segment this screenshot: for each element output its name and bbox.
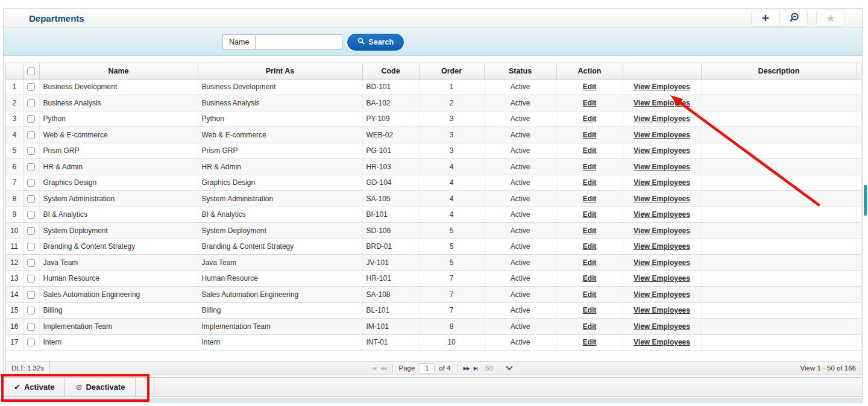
row-checkbox[interactable] bbox=[27, 291, 35, 299]
chevron-down-icon[interactable] bbox=[506, 363, 512, 370]
row-checkbox[interactable] bbox=[27, 115, 35, 123]
description-cell bbox=[701, 95, 857, 111]
edit-link[interactable]: Edit bbox=[583, 178, 597, 187]
row-checkbox[interactable] bbox=[27, 211, 35, 219]
view-range-label: View 1 - 50 of 166 bbox=[800, 364, 857, 372]
edit-link[interactable]: Edit bbox=[583, 306, 597, 314]
row-checkbox[interactable] bbox=[27, 275, 35, 283]
bulk-action-bar: ✔ Activate ⊘ Deactivate bbox=[4, 377, 862, 397]
view-employees-link[interactable]: View Employees bbox=[634, 114, 690, 123]
edit-link[interactable]: Edit bbox=[583, 131, 597, 139]
view-employees-link[interactable]: View Employees bbox=[634, 226, 690, 235]
order-cell: 3 bbox=[419, 143, 484, 159]
status-cell: Active bbox=[484, 287, 556, 303]
edit-link[interactable]: Edit bbox=[583, 338, 597, 346]
col-order[interactable]: Order bbox=[419, 63, 484, 79]
view-employees-link[interactable]: View Employees bbox=[634, 258, 690, 267]
add-button[interactable]: + bbox=[752, 10, 779, 26]
order-cell: 4 bbox=[419, 207, 484, 223]
first-page-icon[interactable]: |◀ bbox=[372, 366, 376, 371]
spacer-cell bbox=[857, 111, 861, 127]
deactivate-button[interactable]: ⊘ Deactivate bbox=[65, 378, 136, 396]
name-cell: Sales Automation Engineering bbox=[39, 287, 198, 303]
edit-link[interactable]: Edit bbox=[583, 226, 597, 235]
view-employees-link[interactable]: View Employees bbox=[634, 290, 690, 299]
edit-link[interactable]: Edit bbox=[583, 99, 597, 107]
view-employees-link[interactable]: View Employees bbox=[634, 131, 690, 139]
page-number-input[interactable] bbox=[419, 363, 435, 373]
view-employees-link[interactable]: View Employees bbox=[634, 338, 690, 346]
edit-link[interactable]: Edit bbox=[583, 83, 597, 91]
view-employees-link[interactable]: View Employees bbox=[634, 83, 690, 91]
last-page-icon[interactable]: ▶| bbox=[474, 366, 477, 371]
code-cell: HR-103 bbox=[362, 159, 419, 175]
col-code[interactable]: Code bbox=[362, 63, 419, 79]
edit-link[interactable]: Edit bbox=[583, 290, 597, 299]
spacer-cell bbox=[857, 270, 861, 287]
code-cell: GD-104 bbox=[362, 175, 419, 191]
edit-link[interactable]: Edit bbox=[583, 195, 597, 203]
edit-link[interactable]: Edit bbox=[583, 322, 597, 331]
scrollbar-thumb[interactable] bbox=[864, 185, 867, 216]
view-employees-link[interactable]: View Employees bbox=[634, 306, 690, 314]
edit-link[interactable]: Edit bbox=[583, 274, 597, 283]
row-checkbox-cell bbox=[23, 334, 39, 351]
row-checkbox[interactable] bbox=[27, 195, 35, 203]
page-size-value[interactable]: 50 bbox=[485, 364, 493, 372]
edit-link[interactable]: Edit bbox=[583, 242, 597, 251]
description-cell bbox=[701, 207, 857, 223]
view-employees-link[interactable]: View Employees bbox=[634, 195, 690, 203]
view-employees-link[interactable]: View Employees bbox=[634, 99, 690, 107]
edit-link[interactable]: Edit bbox=[583, 146, 597, 155]
view-employees-link[interactable]: View Employees bbox=[634, 242, 690, 251]
description-cell bbox=[701, 127, 857, 143]
zoom-out-button[interactable] bbox=[779, 10, 807, 26]
row-checkbox[interactable] bbox=[27, 259, 35, 267]
star-icon: ★ bbox=[826, 13, 835, 23]
print-as-cell: Branding & Content Strategy bbox=[198, 239, 362, 255]
row-checkbox[interactable] bbox=[27, 99, 35, 107]
next-page-icon[interactable]: ▶▶ bbox=[464, 366, 470, 371]
view-employees-link[interactable]: View Employees bbox=[634, 322, 690, 331]
row-checkbox[interactable] bbox=[27, 147, 35, 155]
view-employees-link[interactable]: View Employees bbox=[634, 210, 690, 219]
row-checkbox[interactable] bbox=[27, 323, 35, 331]
col-name[interactable]: Name bbox=[39, 63, 198, 79]
row-checkbox[interactable] bbox=[27, 131, 35, 139]
edit-link[interactable]: Edit bbox=[583, 114, 597, 123]
search-button-label: Search bbox=[368, 38, 394, 46]
view-employees-cell: View Employees bbox=[623, 255, 701, 271]
table-row: 14Sales Automation EngineeringSales Auto… bbox=[6, 287, 861, 303]
view-employees-link[interactable]: View Employees bbox=[634, 178, 690, 187]
row-checkbox[interactable] bbox=[27, 179, 35, 187]
rownum-header bbox=[6, 63, 23, 79]
view-employees-cell: View Employees bbox=[623, 111, 701, 127]
name-input[interactable] bbox=[255, 34, 342, 50]
view-employees-link[interactable]: View Employees bbox=[634, 274, 690, 283]
print-as-cell: Human Resource bbox=[198, 270, 362, 287]
edit-link[interactable]: Edit bbox=[583, 258, 597, 267]
row-checkbox[interactable] bbox=[27, 227, 35, 235]
prev-page-icon[interactable]: ◀◀ bbox=[380, 366, 386, 371]
select-all-checkbox[interactable] bbox=[27, 67, 35, 75]
description-cell bbox=[701, 239, 857, 255]
col-print-as[interactable]: Print As bbox=[198, 63, 362, 79]
row-checkbox[interactable] bbox=[27, 83, 35, 91]
row-checkbox[interactable] bbox=[27, 243, 35, 251]
col-description[interactable]: Description bbox=[701, 63, 857, 79]
col-status[interactable]: Status bbox=[484, 63, 556, 79]
activate-button[interactable]: ✔ Activate bbox=[4, 378, 65, 396]
action-cell: Edit bbox=[556, 319, 623, 335]
row-checkbox[interactable] bbox=[27, 339, 35, 346]
icon-group-right: ★ bbox=[816, 10, 845, 27]
name-cell: Java Team bbox=[39, 255, 198, 271]
edit-link[interactable]: Edit bbox=[583, 210, 597, 219]
search-button[interactable]: Search bbox=[347, 34, 404, 51]
view-employees-link[interactable]: View Employees bbox=[634, 146, 690, 155]
favorite-button[interactable]: ★ bbox=[817, 10, 844, 26]
row-checkbox[interactable] bbox=[27, 163, 35, 171]
edit-link[interactable]: Edit bbox=[583, 163, 597, 171]
row-checkbox[interactable] bbox=[27, 307, 35, 314]
pager-controls: |◀ ◀◀ Page of 4 ▶▶ ▶| 50 bbox=[372, 361, 512, 375]
view-employees-link[interactable]: View Employees bbox=[634, 163, 690, 171]
